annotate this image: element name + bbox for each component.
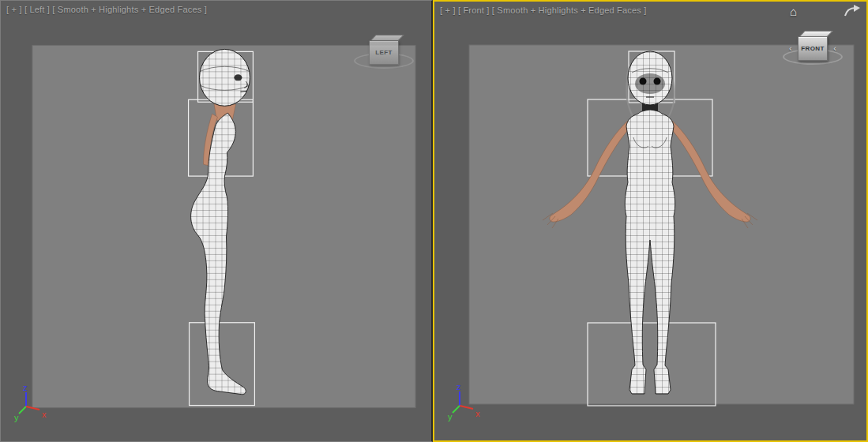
- viewport-left[interactable]: [ + ] [ Left ] [ Smooth + Highlights + E…: [0, 0, 433, 442]
- viewcube-rotate-left-icon[interactable]: ‹: [789, 44, 792, 53]
- head-mesh: [200, 49, 250, 106]
- head-mesh: [628, 51, 672, 105]
- viewcube-face[interactable]: FRONT: [798, 36, 828, 61]
- viewport-area: [ + ] [ Left ] [ Smooth + Highlights + E…: [0, 0, 868, 442]
- y-axis-label: y: [448, 412, 453, 421]
- x-axis-line: [26, 406, 39, 410]
- eye: [234, 74, 242, 81]
- viewcube-rotate-right-icon[interactable]: ‹: [833, 44, 836, 53]
- viewcube[interactable]: FRONT ‹ ‹: [784, 28, 841, 76]
- viewcube-face[interactable]: LEFT: [369, 40, 399, 65]
- x-axis-label: x: [42, 410, 47, 419]
- orbit-arrow-icon[interactable]: [843, 5, 862, 21]
- axis-gizmo: z y x: [447, 382, 488, 421]
- viewport-label-menu[interactable]: [ + ] [ Front ] [ Smooth + Highlights + …: [440, 6, 647, 15]
- z-axis-label: z: [457, 382, 461, 391]
- axis-gizmo: z y x: [13, 383, 54, 422]
- x-axis-line: [460, 406, 473, 409]
- right-eye: [654, 78, 661, 85]
- viewport-front[interactable]: [ + ] [ Front ] [ Smooth + Highlights + …: [433, 0, 868, 442]
- x-axis-label: x: [475, 409, 480, 418]
- y-axis-line: [453, 406, 460, 413]
- left-eye: [640, 78, 647, 85]
- viewport-label-menu[interactable]: [ + ] [ Left ] [ Smooth + Highlights + E…: [6, 5, 207, 14]
- viewcube[interactable]: LEFT: [355, 32, 412, 80]
- home-icon[interactable]: ⌂: [790, 6, 797, 17]
- z-axis-label: z: [23, 383, 28, 392]
- y-axis-line: [19, 406, 26, 414]
- face-shadow: [635, 73, 665, 94]
- y-axis-label: y: [14, 413, 19, 422]
